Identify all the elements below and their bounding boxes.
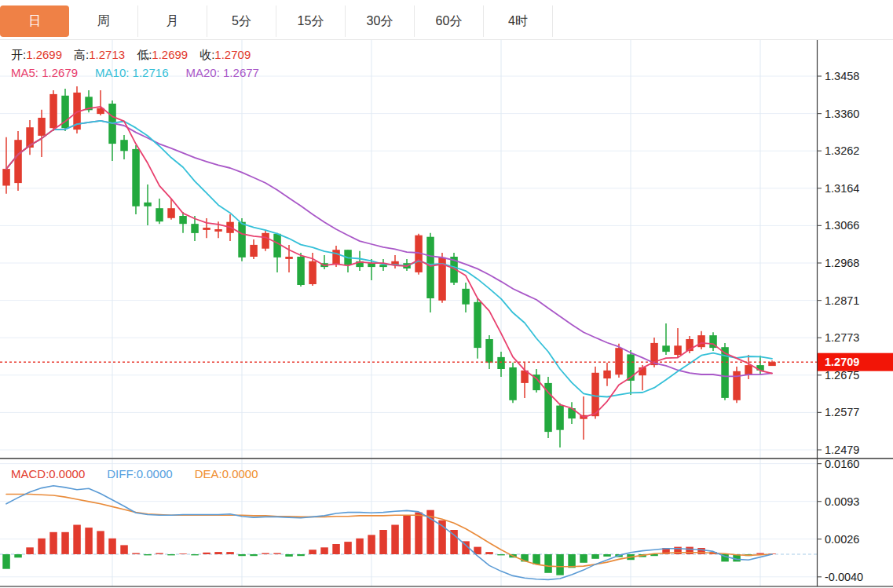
tab-60min[interactable]: 60分 [415,5,484,37]
ma20-value: MA20: 1.2677 [186,66,259,79]
high-value: 高:1.2713 [74,48,125,63]
svg-text:1.3458: 1.3458 [825,70,859,82]
tab-month[interactable]: 月 [138,5,207,37]
svg-text:1.3164: 1.3164 [825,182,859,195]
low-value: 低:1.2699 [137,48,188,63]
close-value: 收:1.2709 [199,48,251,63]
svg-text:1.2577: 1.2577 [825,406,859,418]
period-tabbar: 日 周 月 5分 15分 30分 60分 4时 [0,5,553,37]
tab-4hour[interactable]: 4时 [484,5,553,37]
svg-text:1.3360: 1.3360 [825,108,859,120]
tab-30min[interactable]: 30分 [346,5,415,37]
tab-week[interactable]: 周 [69,5,138,37]
macd-panel [0,486,817,580]
tab-15min[interactable]: 15分 [276,5,346,37]
svg-text:1.3066: 1.3066 [825,219,859,232]
svg-text:1.2773: 1.2773 [825,331,859,344]
ma5-value: MA5: 1.2679 [11,66,78,79]
svg-text:1.2968: 1.2968 [825,257,859,269]
open-value: 开:1.2699 [11,48,62,63]
diff-value: DIFF:0.0000 [107,467,172,480]
dea-value: DEA:0.0000 [195,467,258,480]
svg-text:1.2479: 1.2479 [825,444,859,456]
svg-text:1.3262: 1.3262 [825,144,859,157]
ma10-value: MA10: 1.2716 [95,66,168,79]
svg-text:-0.0040: -0.0040 [825,571,863,583]
svg-text:0.0093: 0.0093 [825,495,859,508]
ma-lines [6,107,772,418]
ma-header: MA5: 1.2679 MA10: 1.2716 MA20: 1.2677 [11,66,259,79]
trading-chart-app: 1.34581.33601.32621.31641.30661.29681.28… [0,0,893,588]
price-tag: 1.2709 [818,353,893,371]
tabbar-divider [0,39,893,40]
tab-day[interactable]: 日 [0,5,69,37]
svg-text:1.2709: 1.2709 [825,356,859,368]
ohlc-header: 开:1.2699 高:1.2713 低:1.2699 收:1.2709 [11,48,251,63]
macd-value: MACD:0.0000 [11,467,85,480]
candles[interactable] [2,86,776,447]
svg-text:1.2871: 1.2871 [825,294,859,307]
svg-text:0.0160: 0.0160 [825,458,859,470]
svg-text:0.0026: 0.0026 [825,533,859,546]
tab-5min[interactable]: 5分 [207,5,276,37]
chart-canvas[interactable]: 1.34581.33601.32621.31641.30661.29681.28… [0,0,893,588]
axes: 1.34581.33601.32621.31641.30661.29681.28… [0,40,893,586]
macd-header: MACD:0.0000 DIFF:0.0000 DEA:0.0000 [11,467,258,480]
